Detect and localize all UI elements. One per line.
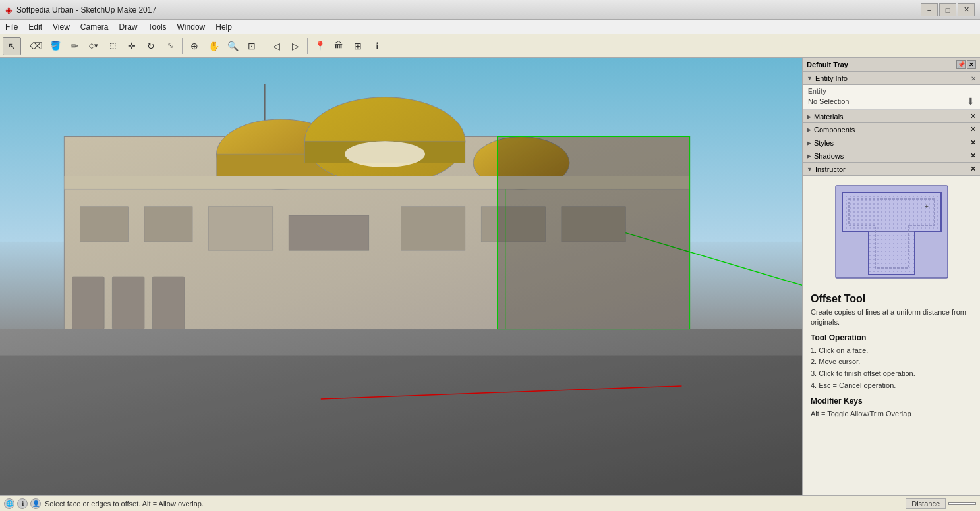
svg-rect-5 [208, 207, 272, 250]
svg-rect-7 [401, 207, 465, 250]
prev-view-button[interactable]: ◁ [267, 37, 285, 55]
shadows-section[interactable]: ▶ Shadows ✕ [803, 149, 980, 163]
title-bar: ◈ Softpedia Urban - SketchUp Make 2017 −… [0, 0, 980, 20]
modifier-keys-title: Modifier Keys [811, 396, 972, 406]
svg-rect-6 [289, 215, 369, 250]
window-controls: − □ ✕ [921, 3, 975, 16]
offset-tool-name: Offset Tool [811, 293, 972, 305]
paint-button[interactable]: 🪣 [46, 37, 65, 55]
status-icons: 🌐 ℹ 👤 [4, 498, 41, 509]
instructor-close[interactable]: ✕ [970, 165, 976, 173]
orbit-button[interactable]: ⊕ [185, 37, 204, 55]
entity-info-section: ▼ Entity Info ✕ Entity No Selection ⬇ [803, 72, 980, 110]
tray-pin-button[interactable]: 📌 [956, 60, 966, 69]
components-label: Components [814, 126, 855, 134]
menu-item-file[interactable]: File [0, 20, 23, 34]
instructor-title: Instructor [815, 165, 846, 173]
toolbar-separator-2 [182, 38, 183, 54]
materials-close[interactable]: ✕ [970, 112, 976, 121]
step-4: 4. Esc = Cancel operation. [811, 380, 972, 392]
menu-item-view[interactable]: View [47, 20, 75, 34]
extension-warehouse-button[interactable]: ⊞ [349, 37, 367, 55]
status-icon-geo: 🌐 [4, 498, 14, 509]
tray-header: Default Tray 📌 ✕ [803, 58, 980, 72]
styles-arrow: ▶ [807, 140, 811, 146]
app-logo-icon: ◈ [5, 5, 13, 15]
materials-section[interactable]: ▶ Materials ✕ [803, 110, 980, 123]
pushpull-button[interactable]: ⬚ [103, 37, 122, 55]
next-view-button[interactable]: ▷ [286, 37, 304, 55]
tool-operation-title: Tool Operation [811, 333, 972, 342]
status-text: Select face or edges to offset. Alt = Al… [45, 500, 902, 508]
tool-operation-steps: 1. Click on a face. 2. Move cursor. 3. C… [811, 345, 972, 391]
shadows-close[interactable]: ✕ [970, 151, 976, 160]
viewport[interactable] [0, 58, 802, 495]
svg-rect-17 [72, 277, 105, 329]
status-icon-info: ℹ [17, 498, 28, 509]
distance-value[interactable] [948, 502, 976, 505]
cursor-crosshair [625, 298, 633, 306]
toolbar-separator-3 [264, 38, 264, 54]
instructor-header[interactable]: ▼ Instructor ✕ [803, 163, 980, 176]
eraser-button[interactable]: ⌫ [27, 37, 45, 55]
svg-rect-19 [152, 277, 185, 329]
maximize-button[interactable]: □ [939, 3, 956, 16]
step-2: 2. Move cursor. [811, 356, 972, 368]
pencil-button[interactable]: ✏ [65, 37, 84, 55]
components-section[interactable]: ▶ Components ✕ [803, 123, 980, 136]
zoom-button[interactable]: 🔍 [223, 37, 242, 55]
menu-bar: FileEditViewCameraDrawToolsWindowHelp [0, 20, 980, 34]
rotate-button[interactable]: ↻ [142, 37, 160, 55]
distance-label: Distance [906, 498, 946, 509]
status-right: Distance [906, 498, 976, 509]
materials-label: Materials [814, 113, 844, 121]
components-close[interactable]: ✕ [970, 125, 976, 134]
entity-no-selection: No Selection [808, 97, 849, 105]
pan-button[interactable]: ✋ [204, 37, 223, 55]
menu-item-help[interactable]: Help [210, 20, 237, 34]
step-3: 3. Click to finish offset operation. [811, 368, 972, 380]
scale-button[interactable]: ⤡ [161, 37, 179, 55]
materials-arrow: ▶ [807, 113, 811, 120]
entity-info-title: Entity Info [815, 74, 848, 82]
entity-info-header[interactable]: ▼ Entity Info ✕ [803, 72, 980, 85]
zoom-window-button[interactable]: ⊡ [243, 37, 261, 55]
menu-item-edit[interactable]: Edit [23, 20, 47, 34]
svg-rect-23 [0, 356, 802, 495]
entity-info-close[interactable]: ✕ [971, 75, 976, 82]
select-tool-button[interactable]: ↖ [3, 37, 21, 55]
svg-rect-21 [498, 137, 690, 329]
shadows-arrow: ▶ [807, 153, 811, 159]
add-location-button[interactable]: 📍 [310, 37, 329, 55]
shape-button[interactable]: ◇▾ [84, 37, 103, 55]
tray-close-button[interactable]: ✕ [967, 60, 976, 69]
main-area: Default Tray 📌 ✕ ▼ Entity Info ✕ Entity … [0, 58, 980, 495]
offset-tool-svg: + [832, 182, 951, 281]
menu-item-draw[interactable]: Draw [114, 20, 143, 34]
tray-header-buttons: 📌 ✕ [956, 60, 976, 69]
menu-item-tools[interactable]: Tools [143, 20, 172, 34]
styles-close[interactable]: ✕ [970, 138, 976, 147]
offset-tool-desc: Create copies of lines at a uniform dist… [811, 308, 972, 328]
3dwarehouse-button[interactable]: 🏛 [330, 37, 348, 55]
svg-rect-3 [80, 207, 129, 242]
building-svg [0, 58, 802, 495]
menu-item-window[interactable]: Window [172, 20, 211, 34]
3d-scene [0, 58, 802, 495]
shadows-label: Shadows [814, 152, 844, 160]
tray-title: Default Tray [807, 61, 848, 68]
entity-value-row: No Selection ⬇ [808, 96, 975, 107]
status-icon-man: 👤 [30, 498, 41, 509]
step-1: 1. Click on a face. [811, 345, 972, 357]
move-button[interactable]: ✛ [123, 37, 141, 55]
styles-section[interactable]: ▶ Styles ✕ [803, 136, 980, 149]
model-info-button[interactable]: ℹ [368, 37, 386, 55]
close-button[interactable]: ✕ [958, 3, 975, 16]
menu-item-camera[interactable]: Camera [75, 20, 114, 34]
minimize-button[interactable]: − [921, 3, 938, 16]
entity-download-icon[interactable]: ⬇ [967, 96, 975, 107]
instructor-section: ▼ Instructor ✕ [803, 163, 980, 495]
toolbar-separator-4 [307, 38, 308, 54]
svg-text:+: + [925, 203, 929, 210]
toolbar-separator-1 [24, 38, 24, 54]
